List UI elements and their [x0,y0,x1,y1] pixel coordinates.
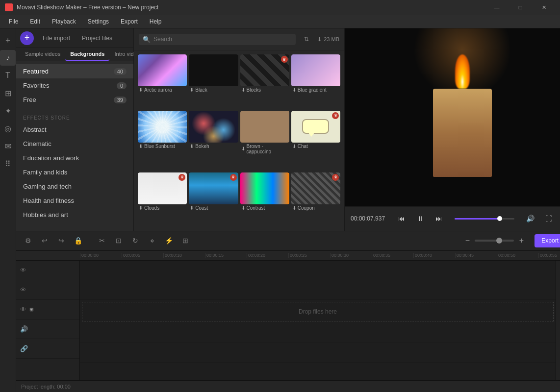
progress-handle[interactable] [497,216,502,221]
thumb-chat: ♛ [291,111,340,143]
dl-icon: ⬇ [241,87,245,93]
media-item-blue-gradient[interactable]: ⬇Blue gradient [291,54,340,109]
media-item-bokeh[interactable]: ⬇Bokeh [189,111,238,171]
maximize-button[interactable]: □ [509,0,532,15]
titlebar: Movavi Slideshow Maker – Free version – … [0,0,560,15]
media-item-arctic-aurora[interactable]: ⬇Arctic aurora [138,54,187,109]
thumb-clouds: ♛ [138,172,187,204]
category-family[interactable]: Family and kids [16,165,133,179]
menu-settings[interactable]: Settings [83,16,114,27]
fast-forward-button[interactable]: ⏭ [432,212,446,225]
media-item-coupon[interactable]: ♛ ⬇Coupon [291,172,340,227]
thumb-blocks: ♛ [240,54,289,86]
export-button[interactable]: Export [535,234,560,247]
zoom-slider[interactable] [475,240,514,242]
category-free[interactable]: Free 39 [16,93,133,107]
settings-timeline-button[interactable]: ⚙ [21,234,35,247]
cut-mode-button[interactable]: ✂ [95,234,109,247]
tab-sample-videos[interactable]: Sample videos [20,48,65,61]
search-icon: 🔍 [143,36,151,43]
label-coast: ⬇Coast [189,204,238,212]
premium-badge-coast: ♛ [230,174,237,181]
label-black: ⬇Black [189,86,238,94]
media-item-contrast[interactable]: ⬇Contrast [240,172,289,227]
menubar: File Edit Playback Settings Export Help [0,15,560,28]
category-health[interactable]: Health and fitness [16,194,133,208]
crop-button[interactable]: ⊡ [112,234,126,247]
menu-help[interactable]: Help [145,16,167,27]
transitions2-button[interactable]: ⊞ [178,234,192,247]
sort-button[interactable]: ⇅ [300,32,313,46]
tab-intro-videos[interactable]: Intro videos [109,48,133,61]
category-hobbies[interactable]: Hobbies and art [16,208,133,222]
category-abstract[interactable]: Abstract [16,122,133,137]
media-item-brown[interactable]: ⬇Brown - cappuccino [240,111,289,171]
minimize-button[interactable]: — [485,0,508,15]
zoom-out-button[interactable]: − [462,235,473,246]
label-arctic-aurora: ⬇Arctic aurora [138,86,187,94]
menu-playback[interactable]: Playback [47,16,81,27]
thumb-bokeh [189,111,238,143]
lock-button[interactable]: 🔒 [71,234,85,247]
progress-bar[interactable] [455,218,514,220]
track-row-drop[interactable]: Drop files here [82,302,554,321]
timeline-ruler: 00:00:00 00:00:05 00:00:10 00:00:15 00:0… [16,251,560,261]
text-icon[interactable]: T [0,68,16,83]
rotate-button[interactable]: ↻ [128,234,142,247]
close-button[interactable]: ✕ [533,0,555,15]
dl-icon: ⬇ [292,205,296,211]
play-pause-button[interactable]: ⏸ [413,212,427,225]
rewind-button[interactable]: ⏮ [395,212,408,225]
media-item-blocks[interactable]: ♛ ⬇Blocks [240,54,289,109]
tab-file-import[interactable]: File import [38,32,75,45]
ruler-tick-55: 00:00:55 [538,253,560,258]
download-size: ⬇ 23 MB [317,36,339,43]
more-tools-icon[interactable]: ⠿ [0,156,16,172]
category-favorites[interactable]: Favorites 0 [16,78,133,93]
menu-file[interactable]: File [4,16,23,27]
media-item-coast[interactable]: ♛ ⬇Coast [189,172,238,227]
menu-export[interactable]: Export [116,16,143,27]
candle-preview [345,28,560,206]
music-icon[interactable]: ♪ [0,50,16,66]
search-box[interactable]: 🔍 [139,34,296,45]
callouts-icon[interactable]: ✉ [0,138,16,154]
label-brown: ⬇Brown - cappuccino [240,143,289,155]
track-adjust-icon: ⊞ [29,307,33,312]
menu-edit[interactable]: Edit [25,16,45,27]
zoom-in-button[interactable]: + [516,235,527,246]
transitions-icon[interactable]: ⊞ [0,85,16,101]
media-item-blue-sunburst[interactable]: ⬇Blue Sunburst [138,111,187,171]
tab-project-files[interactable]: Project files [77,32,117,45]
tab-backgrounds[interactable]: Backgrounds [65,48,109,61]
dl-icon: ⬇ [190,205,194,211]
filters-icon[interactable]: ✦ [0,103,16,119]
ruler-tick-30: 00:00:30 [330,253,372,258]
track-label-eye2: 👁 [16,280,79,300]
export-button-group: Export ▾ [535,234,560,247]
thumb-contrast [240,172,289,204]
overlays-icon[interactable]: ◎ [0,121,16,136]
dl-icon: ⬇ [139,87,143,93]
add-media-icon[interactable]: ＋ [0,32,16,48]
category-featured[interactable]: Featured 40 [16,64,133,78]
category-cinematic[interactable]: Cinematic [16,137,133,151]
volume-button[interactable]: 🔊 [523,212,537,225]
split-button[interactable]: ⋄ [145,234,159,247]
media-item-black[interactable]: ⬇Black [189,54,238,109]
fullscreen-button[interactable]: ⛶ [542,212,556,225]
media-item-clouds[interactable]: ♛ ⬇Clouds [138,172,187,227]
category-education[interactable]: Education and work [16,151,133,165]
speed-button[interactable]: ⚡ [162,234,176,247]
add-button[interactable]: + [20,31,34,45]
undo-button[interactable]: ↩ [38,234,51,247]
label-blocks: ⬇Blocks [240,86,289,94]
media-item-chat[interactable]: ♛ ⬇Chat [291,111,340,171]
redo-button[interactable]: ↪ [54,234,68,247]
dl-icon: ⬇ [292,87,296,93]
search-input[interactable] [153,36,292,43]
toolbar-divider [90,236,90,245]
zoom-handle [496,238,502,244]
track-label-audio: 🔊 [16,319,79,339]
category-gaming[interactable]: Gaming and tech [16,179,133,194]
